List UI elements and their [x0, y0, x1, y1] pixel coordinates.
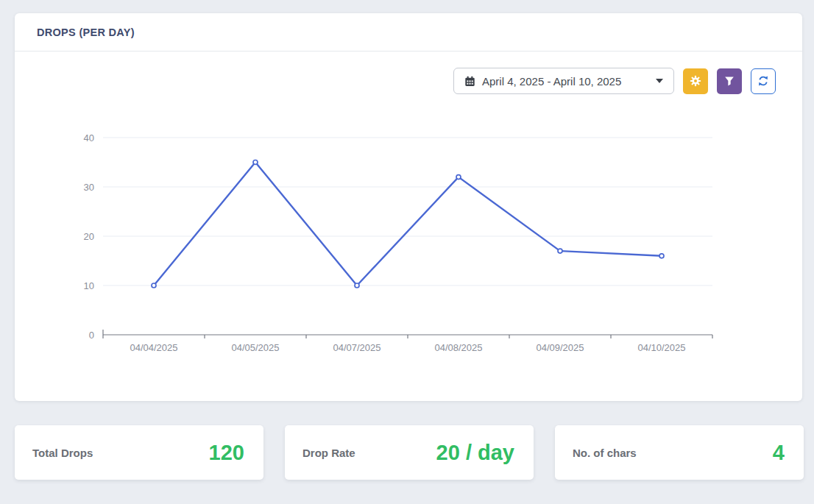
chart-card-body: April 4, 2025 - April 10, 2025 — [15, 52, 802, 363]
svg-text:20: 20 — [84, 231, 94, 242]
stat-card-total-drops: Total Drops 120 — [15, 425, 263, 480]
stat-value: 4 — [773, 441, 785, 465]
chart-card-header: DROPS (PER DAY) — [15, 13, 802, 52]
svg-text:04/04/2025: 04/04/2025 — [130, 342, 177, 353]
caret-down-icon — [656, 79, 663, 83]
date-range-text: April 4, 2025 - April 10, 2025 — [482, 75, 649, 88]
svg-text:40: 40 — [84, 132, 94, 143]
svg-text:04/05/2025: 04/05/2025 — [231, 342, 279, 353]
gear-icon — [690, 75, 701, 87]
svg-text:04/09/2025: 04/09/2025 — [536, 342, 584, 353]
refresh-icon — [757, 75, 769, 87]
refresh-button[interactable] — [751, 68, 776, 94]
stat-card-drop-rate: Drop Rate 20 / day — [285, 425, 534, 480]
calendar-icon — [464, 76, 475, 87]
stats-row: Total Drops 120 Drop Rate 20 / day No. o… — [15, 425, 804, 480]
drops-line-chart: 01020304004/04/202504/05/202504/07/20250… — [26, 123, 791, 360]
line-chart-area[interactable]: 01020304004/04/202504/05/202504/07/20250… — [26, 123, 776, 363]
stat-label: Total Drops — [32, 447, 93, 459]
date-range-picker[interactable]: April 4, 2025 - April 10, 2025 — [453, 68, 674, 94]
settings-button[interactable] — [683, 68, 708, 94]
stat-label: Drop Rate — [302, 447, 355, 459]
svg-text:04/10/2025: 04/10/2025 — [637, 342, 685, 353]
stat-value: 120 — [209, 441, 244, 465]
svg-text:0: 0 — [89, 330, 94, 341]
svg-text:04/08/2025: 04/08/2025 — [434, 342, 482, 353]
svg-text:04/07/2025: 04/07/2025 — [333, 342, 381, 353]
chart-card-title: DROPS (PER DAY) — [37, 26, 135, 38]
chart-toolbar: April 4, 2025 - April 10, 2025 — [15, 68, 776, 94]
drops-chart-card: DROPS (PER DAY) A — [15, 13, 802, 401]
stat-label: No. of chars — [573, 447, 637, 459]
stat-value: 20 / day — [436, 441, 514, 465]
svg-text:10: 10 — [84, 280, 94, 291]
funnel-icon — [724, 76, 735, 86]
stat-card-no-of-chars: No. of chars 4 — [555, 425, 804, 480]
svg-text:30: 30 — [84, 182, 94, 193]
filter-button[interactable] — [717, 68, 742, 94]
